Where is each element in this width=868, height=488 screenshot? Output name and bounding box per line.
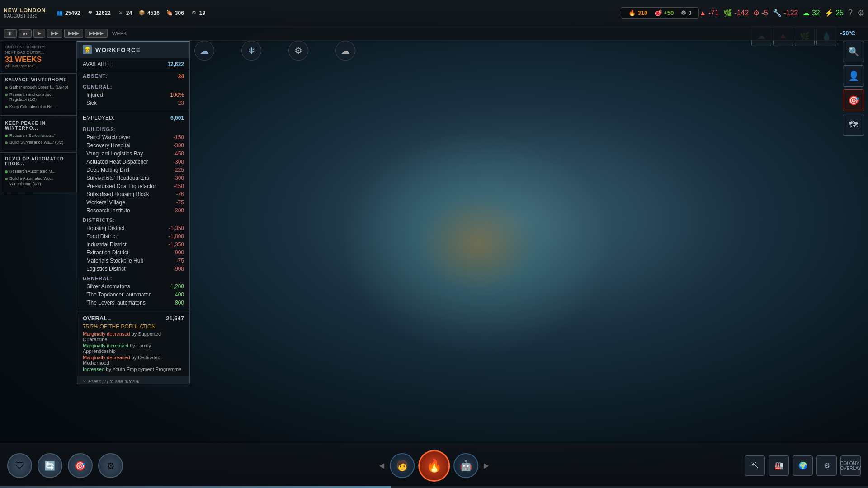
bottom-progress-bar (0, 486, 868, 488)
task-dot-3 (5, 106, 8, 108)
action-icon-industry[interactable]: 🏭 (769, 455, 789, 476)
weeks-value: 31 WEEKS (5, 56, 72, 64)
peace-text-2: Build 'Surveillance Wa...' (0/2) (9, 140, 63, 145)
influence-line: Marginally increased by Family Apprentic… (83, 343, 184, 354)
injured-row: Injured 100% (77, 91, 189, 99)
bottom-icon-gear[interactable]: ⚙ (98, 453, 123, 478)
building-name: Pressurised Coal Liquefactor (86, 183, 161, 189)
building-row: Pressurised Coal Liquefactor-450 (77, 182, 189, 190)
bottom-character-group: ◄ 🧑 🔥 🤖 ► (377, 450, 491, 482)
action-icon-world[interactable]: 🌍 (793, 455, 813, 476)
influence-text: Marginally increased (83, 343, 128, 348)
population-icon: 👥 (56, 9, 63, 17)
fastest-button[interactable]: ▶▶▶▶ (85, 29, 108, 38)
materials-value: 4516 (147, 10, 160, 16)
task-item-1: Gather enough Cores f... (19/40) (5, 85, 72, 90)
workforce-header: 👷 WORKFORCE (77, 42, 189, 58)
action-icon-mine[interactable]: ⛏ (745, 455, 765, 476)
employed-value: 6,601 (170, 115, 184, 121)
materials-stat: 📦 4516 (138, 9, 160, 17)
health-icon: ❤ (86, 9, 94, 17)
map-icon-3[interactable]: ⚙ (288, 41, 308, 61)
absent-label: ABSENT: (83, 73, 108, 80)
building-value: -150 (161, 134, 184, 141)
workforce-icon: 👷 (83, 45, 92, 54)
character-icon-2[interactable]: 🤖 (453, 453, 478, 478)
building-value: -450 (161, 150, 184, 157)
map-icon-2[interactable]: ❄ (241, 41, 261, 61)
action-icon-overlay[interactable]: COLONYOVERLAY (840, 455, 861, 476)
rewind-button[interactable]: ⏮ (19, 29, 32, 38)
character-icon-center[interactable]: 🔥 (418, 450, 450, 482)
slow-button[interactable]: ▶ (33, 29, 45, 38)
develop-dot-1 (5, 170, 8, 173)
building-row: Actuated Heat Dispatcher-300 (77, 158, 189, 166)
workers-icon: ⚙ (681, 9, 686, 16)
divider-1 (77, 110, 189, 110)
task-text-1: Gather enough Cores f... (19/40) (9, 85, 68, 90)
districts-list: Housing District-1,350Food District-1,80… (77, 224, 189, 273)
bottom-icon-shield[interactable]: 🛡 (7, 453, 32, 478)
overall-section: OVERALL 21,647 75.5% OF THE POPULATION M… (77, 311, 189, 376)
right-icon-map[interactable]: 🗺 (843, 114, 864, 136)
building-value: -75 (161, 199, 184, 206)
nav-arrow-right[interactable]: ► (482, 460, 491, 471)
bottom-icon-crosshair[interactable]: 🎯 (68, 453, 93, 478)
district-name: Industrial District (86, 241, 161, 248)
fast-button[interactable]: ▶▶▶ (64, 29, 83, 38)
action-icon-settings[interactable]: ⚙ (816, 455, 837, 476)
population-stat: 👥 25492 (56, 9, 80, 17)
peace-panel: KEEP PEACE IN WINTERHO... Research 'Surv… (0, 117, 77, 151)
right-icon-target[interactable]: 🎯 (843, 89, 864, 111)
district-name: Materials Stockpile Hub (86, 258, 161, 264)
building-name: Deep Melting Drill (86, 167, 161, 173)
health-stat: ❤ 12622 (86, 9, 110, 17)
character-icon-1[interactable]: 🧑 (390, 453, 415, 478)
influence-line: Marginally decreased by Dedicated Mother… (83, 354, 184, 366)
map-icon-1[interactable]: ☁ (194, 41, 214, 61)
bottom-center-characters: ◄ 🧑 🔥 🤖 ► (377, 450, 491, 482)
settings-button[interactable]: ⚙ (857, 8, 864, 18)
help-button[interactable]: ? (848, 8, 853, 18)
develop-dot-2 (5, 178, 8, 180)
building-name: Research Institute (86, 207, 161, 214)
bottom-progress-fill (0, 486, 391, 488)
food-rate: 🥩 +50 (655, 9, 674, 16)
nav-arrow-left[interactable]: ◄ (377, 460, 386, 471)
food-icon: 🍖 (166, 9, 173, 17)
district-value: -900 (161, 266, 184, 272)
right-icon-person[interactable]: 👤 (843, 65, 864, 87)
right-panel: 🔍 👤 🎯 🗺 (843, 41, 864, 136)
task-text-3: Keep Cold absent in Ne... (9, 104, 56, 110)
task-item-3: Keep Cold absent in Ne... (5, 104, 72, 110)
sick-label: Sick (86, 100, 161, 106)
building-value: -450 (161, 183, 184, 189)
map-icon-4[interactable]: ☁ (335, 41, 355, 61)
overall-row: OVERALL 21,647 (83, 315, 184, 322)
peace-task-1: Research 'Surveillance...' (5, 133, 72, 139)
food-stat: 🍖 306 (166, 9, 184, 17)
buildings-list: Patrol Watchtower-150Recovery Hospital-3… (77, 133, 189, 215)
time-controls-bar: ⏸ ⏮ ▶ ▶▶ ▶▶▶ ▶▶▶▶ WEEK -50°C (0, 26, 868, 41)
stat-pos-1: ☁ 32 (802, 9, 820, 17)
pause-button[interactable]: ⏸ (4, 29, 17, 38)
week-label: WEEK (112, 31, 127, 36)
workforce-panel: 👷 WORKFORCE AVAILABLE: 12,622 ABSENT: 24… (77, 41, 190, 384)
general-item-name: 'The Lovers' automatons (86, 300, 161, 306)
building-value: -225 (161, 167, 184, 173)
stat-pos-2: ⚡ 25 (825, 9, 844, 17)
general-item-value: 400 (161, 291, 184, 298)
sick-value: 23 (161, 100, 184, 106)
right-icon-search[interactable]: 🔍 (843, 41, 864, 62)
top-stats: 👥 25492 ❤ 12622 ⚔ 24 📦 4516 🍖 306 ⚙ 19 (56, 9, 621, 17)
medium-button[interactable]: ▶▶ (47, 29, 62, 38)
overall-pct: 75.5% OF THE POPULATION (83, 324, 184, 330)
building-name: Vanguard Logistics Bay (86, 150, 161, 157)
district-name: Extraction District (86, 249, 161, 256)
bottom-icon-refresh[interactable]: 🔄 (38, 453, 62, 478)
materials-icon: 📦 (138, 9, 146, 17)
food-value: 306 (175, 10, 184, 16)
develop-text-1: Research Automated M... (9, 169, 56, 174)
steam-value: 19 (199, 10, 205, 16)
building-name: Subsidised Housing Block (86, 191, 161, 197)
